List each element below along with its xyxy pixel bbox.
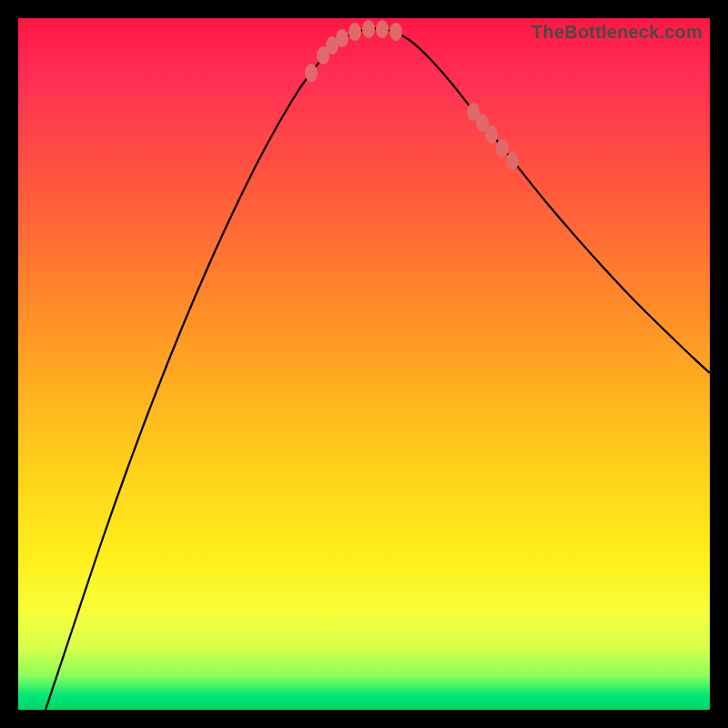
- curve-marker: [336, 29, 349, 47]
- curve-layer: [18, 18, 710, 710]
- curve-marker: [496, 139, 509, 157]
- curve-marker: [362, 20, 375, 38]
- bottleneck-curve: [46, 28, 710, 710]
- curve-marker: [389, 23, 402, 41]
- curve-marker: [485, 126, 498, 144]
- curve-marker: [376, 20, 389, 38]
- curve-marker: [349, 23, 361, 41]
- curve-marker: [305, 64, 318, 82]
- chart-frame: TheBottleneck.com: [18, 18, 710, 710]
- curve-marker: [506, 152, 519, 170]
